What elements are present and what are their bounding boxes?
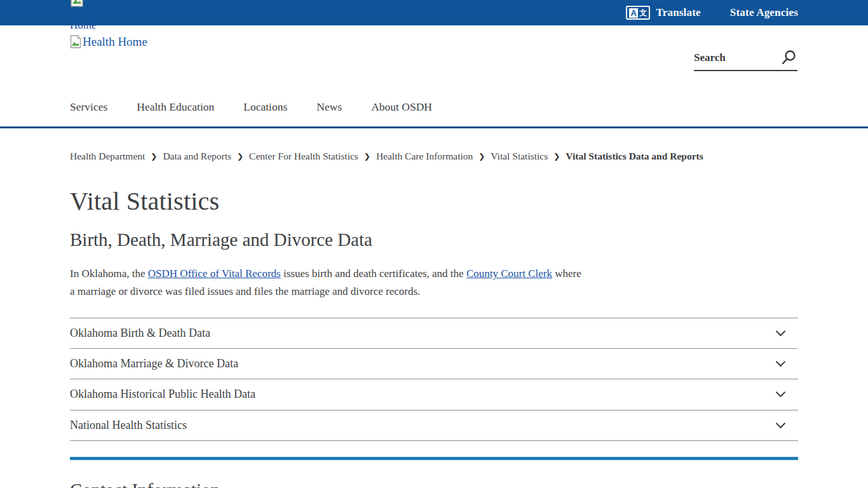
accordion-historical-public-health-data[interactable]: Oklahoma Historical Public Health Data bbox=[70, 379, 798, 410]
nav-item-locations[interactable]: Locations bbox=[243, 100, 287, 114]
intro-paragraph: In Oklahoma, the OSDH Office of Vital Re… bbox=[70, 265, 588, 300]
county-court-clerk-link[interactable]: County Court Clerk bbox=[466, 268, 552, 280]
page-subtitle: Birth, Death, Marriage and Divorce Data bbox=[70, 229, 372, 250]
health-home-logo-link[interactable]: Health Home bbox=[70, 35, 147, 51]
breadcrumb-center-for-health-statistics[interactable]: Center For Health Statistics bbox=[249, 151, 358, 162]
breadcrumb-current-page: Vital Statistics Data and Reports bbox=[566, 151, 703, 162]
utility-bar: A 文 Translate State Agencies bbox=[0, 0, 868, 25]
accordion-birth-death-data[interactable]: Oklahoma Birth & Death Data bbox=[70, 318, 798, 349]
chevron-right-icon: ❯ bbox=[364, 152, 370, 161]
state-agencies-label: State Agencies bbox=[730, 6, 798, 19]
accordion-label: Oklahoma Marriage & Divorce Data bbox=[70, 357, 238, 370]
breadcrumb-data-and-reports[interactable]: Data and Reports bbox=[163, 151, 231, 162]
search-button[interactable] bbox=[780, 50, 797, 67]
breadcrumb-health-department[interactable]: Health Department bbox=[70, 151, 145, 162]
chevron-right-icon: ❯ bbox=[151, 152, 157, 161]
broken-image-icon bbox=[70, 35, 81, 51]
search-box bbox=[694, 46, 797, 71]
main-nav: Services Health Education Locations News… bbox=[70, 100, 432, 114]
nav-item-news[interactable]: News bbox=[316, 100, 342, 114]
nav-divider bbox=[0, 126, 868, 128]
search-input[interactable] bbox=[694, 51, 764, 64]
chevron-down-icon bbox=[776, 327, 786, 337]
accordion-label: Oklahoma Historical Public Health Data bbox=[70, 388, 255, 401]
accordion-marriage-divorce-data[interactable]: Oklahoma Marriage & Divorce Data bbox=[70, 349, 798, 379]
chevron-right-icon: ❯ bbox=[237, 152, 243, 161]
breadcrumb-health-care-information[interactable]: Health Care Information bbox=[376, 151, 473, 162]
chevron-right-icon: ❯ bbox=[553, 152, 560, 161]
state-agencies-link[interactable]: State Agencies bbox=[730, 6, 798, 19]
nav-item-about-osdh[interactable]: About OSDH bbox=[371, 100, 432, 114]
search-icon bbox=[780, 59, 797, 69]
section-divider bbox=[70, 457, 798, 460]
nav-item-health-education[interactable]: Health Education bbox=[137, 100, 214, 114]
accordion-national-health-statistics[interactable]: National Health Statistics bbox=[70, 410, 798, 441]
chevron-right-icon: ❯ bbox=[478, 152, 485, 161]
nav-item-services[interactable]: Services bbox=[70, 100, 107, 114]
chevron-down-icon bbox=[776, 388, 786, 398]
chevron-down-icon bbox=[776, 418, 786, 428]
accordion-label: National Health Statistics bbox=[70, 419, 187, 432]
accordion-list: Oklahoma Birth & Death Data Oklahoma Mar… bbox=[70, 318, 798, 441]
page-title: Vital Statistics bbox=[70, 186, 219, 216]
chevron-down-icon bbox=[776, 357, 786, 367]
breadcrumb: Health Department ❯ Data and Reports ❯ C… bbox=[70, 151, 801, 162]
page: Home A 文 Translate State Agencies bbox=[0, 0, 868, 488]
translate-label: Translate bbox=[656, 6, 700, 19]
contact-information-heading: Contact Information bbox=[70, 480, 220, 488]
translate-button[interactable]: A 文 Translate bbox=[626, 6, 701, 20]
translate-icon: A 文 bbox=[626, 6, 650, 20]
health-home-label: Health Home bbox=[83, 35, 147, 48]
breadcrumb-vital-statistics[interactable]: Vital Statistics bbox=[491, 151, 548, 162]
vital-records-link[interactable]: OSDH Office of Vital Records bbox=[148, 268, 281, 280]
broken-image-icon[interactable] bbox=[70, 0, 84, 10]
accordion-label: Oklahoma Birth & Death Data bbox=[70, 327, 210, 340]
